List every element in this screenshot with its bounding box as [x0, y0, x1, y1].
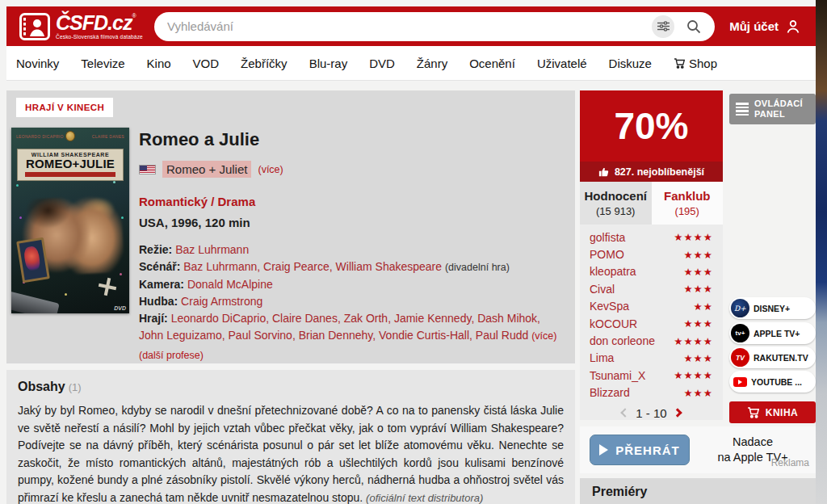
- rating-stars: ★★: [694, 300, 713, 313]
- main-nav: Novinky Televize Kino VOD Žebříčky Blu-r…: [6, 46, 816, 81]
- credit-links[interactable]: Leonardo DiCaprio, Claire Danes, Zak Ort…: [139, 312, 540, 342]
- rating-percentage: 70%: [614, 104, 688, 148]
- cast-more-link[interactable]: (více): [531, 330, 556, 342]
- alt-title-more-link[interactable]: (více): [258, 164, 283, 175]
- rating-row: kOCOUR★★★: [590, 315, 713, 332]
- popularity-rank: 827. nejoblíbenější: [615, 166, 704, 178]
- nav-item-uzivatele[interactable]: Uživatelé: [537, 57, 587, 70]
- plot-count: (1): [69, 381, 82, 393]
- rating-username[interactable]: Lima: [590, 351, 614, 364]
- ratings-pager: 1 - 10: [590, 401, 713, 420]
- rating-row: Cival★★★: [590, 280, 713, 297]
- rating-username[interactable]: POMO: [590, 248, 624, 261]
- credit-row-cast: Hrají: Leonardo DiCaprio, Claire Danes, …: [139, 310, 564, 345]
- book-button[interactable]: KNIHA: [729, 401, 816, 423]
- background-skin: [816, 0, 827, 504]
- rating-stars: ★★★★: [674, 369, 713, 381]
- rating-row: KevSpa★★: [590, 298, 713, 315]
- nav-item-oceneni[interactable]: Ocenění: [469, 57, 515, 70]
- tab-fanklub[interactable]: Fanklub (195): [652, 182, 724, 225]
- poster-title-banner: WILLIAM SHAKESPEARE ROMEO+JULIE: [17, 149, 124, 181]
- play-button[interactable]: PŘEHRÁT: [590, 435, 690, 465]
- rating-username[interactable]: KevSpa: [590, 300, 629, 313]
- tab-hodnoceni[interactable]: Hodnocení (15 913): [580, 182, 652, 225]
- rating-row: Lima★★★: [590, 350, 713, 367]
- nav-item-televize[interactable]: Televize: [81, 57, 124, 70]
- rating-username[interactable]: kleopatra: [590, 265, 636, 278]
- credit-links[interactable]: Baz Luhrmann: [175, 243, 249, 256]
- poster-tagline-bar: [25, 172, 115, 177]
- csfd-logo[interactable]: ČSFD.cz® Česko-Slovenská filmová databáz…: [19, 13, 143, 40]
- user-icon: [785, 19, 801, 35]
- credit-links[interactable]: Craig Armstrong: [181, 295, 262, 308]
- credit-links[interactable]: Baz Luhrmann, Craig Pearce, William Shak…: [183, 260, 442, 273]
- rating-stars: ★★★: [683, 249, 713, 261]
- movie-poster[interactable]: LEONARDO DICAPRIOCLAIRE DANES WILLIAM SH…: [11, 128, 129, 313]
- rating-stars: ★★★★: [674, 335, 713, 347]
- nav-item-bluray[interactable]: Blu-ray: [309, 57, 348, 70]
- rating-row: POMO★★★: [590, 246, 713, 262]
- genres: Romantický / Drama: [139, 195, 564, 208]
- service-rakuten-tv[interactable]: TV RAKUTEN.TV: [729, 346, 816, 368]
- movie-panel: HRAJÍ V KINECH LEONARDO DICAPRIOCLAIRE D…: [6, 90, 575, 363]
- poster-title: ROMEO+JULIE: [18, 158, 123, 170]
- nav-item-zebricky[interactable]: Žebříčky: [241, 57, 288, 70]
- credit-row-music: Hudba: Craig Armstrong: [139, 293, 564, 310]
- rating-stars: ★★★: [683, 352, 713, 364]
- rating-stars: ★★★: [683, 317, 713, 330]
- credit-links[interactable]: Donald McAlpine: [187, 278, 273, 291]
- popularity-strip[interactable]: 827. nejoblíbenější: [580, 162, 723, 182]
- rating-username[interactable]: golfista: [590, 231, 625, 244]
- nav-item-novinky[interactable]: Novinky: [16, 57, 59, 70]
- page-title: Romeo a Julie: [139, 129, 564, 150]
- credit-row-writer: Scénář: Baz Luhrmann, Craig Pearce, Will…: [139, 258, 564, 276]
- other-professions-link[interactable]: (další profese): [139, 350, 564, 361]
- cart-icon: [674, 58, 685, 69]
- rating-username[interactable]: don corleone: [590, 334, 655, 347]
- poster-gun: [11, 292, 60, 313]
- nav-item-dvd[interactable]: DVD: [369, 57, 395, 70]
- chevron-right-icon[interactable]: [673, 409, 682, 418]
- service-disney-plus[interactable]: D+ DISNEY+: [729, 297, 816, 319]
- poster-dvd-logo: DVD: [114, 305, 126, 311]
- header: ČSFD.cz® Česko-Slovenská filmová databáz…: [6, 6, 816, 46]
- logo-registered-mark: ®: [132, 13, 136, 19]
- search-input[interactable]: [167, 19, 652, 33]
- rakuten-tv-icon: TV: [731, 348, 749, 367]
- nav-item-kino[interactable]: Kino: [147, 57, 171, 70]
- rating-username[interactable]: Cival: [590, 283, 615, 296]
- logo-text: ČSFD.cz: [56, 11, 132, 34]
- thumb-up-icon: [598, 166, 610, 178]
- movie-info: Romeo a Julie Romeo + Juliet (více) Roma…: [139, 129, 564, 361]
- cart-icon: [747, 407, 759, 418]
- nav-item-zanry[interactable]: Žánry: [417, 57, 447, 70]
- nav-item-shop-label: Shop: [689, 57, 717, 70]
- in-cinemas-badge[interactable]: HRAJÍ V KINECH: [16, 98, 113, 117]
- nav-item-shop[interactable]: Shop: [674, 57, 717, 70]
- account-button[interactable]: Můj účet: [729, 19, 801, 35]
- filmstrip-icon: [19, 13, 50, 40]
- plot-heading: Obsahy(1): [18, 380, 564, 394]
- service-apple-tv[interactable]: tv+ APPLE TV+: [729, 322, 816, 344]
- rating-username[interactable]: Tsunami_X: [590, 369, 645, 382]
- logo-tagline: Česko-Slovenská filmová databáze: [56, 35, 143, 40]
- poster-medallion: [65, 131, 75, 141]
- service-youtube[interactable]: YOUTUBE ...: [729, 371, 816, 393]
- search-bar: [154, 12, 715, 41]
- search-submit-button[interactable]: [686, 19, 702, 35]
- rating-stars: ★★★: [683, 266, 713, 278]
- nav-item-diskuze[interactable]: Diskuze: [609, 57, 652, 70]
- plot-source: (oficiální text distributora): [366, 492, 483, 504]
- rating-username[interactable]: Blizzard: [590, 386, 630, 399]
- rating-username[interactable]: kOCOUR: [590, 317, 637, 330]
- origin-year-runtime: USA, 1996, 120 min: [139, 216, 564, 229]
- ad-label: Reklama: [771, 457, 809, 468]
- sliders-icon: [657, 21, 670, 32]
- nav-item-vod[interactable]: VOD: [193, 57, 220, 70]
- control-panel-button[interactable]: OVLÁDACÍPANEL: [729, 94, 816, 124]
- csfd-page: ČSFD.cz® Česko-Slovenská filmová databáz…: [0, 0, 827, 504]
- chevron-left-icon[interactable]: [621, 409, 630, 418]
- account-label: Můj účet: [729, 19, 779, 33]
- search-filter-button[interactable]: [652, 15, 674, 38]
- poster-decoration: [16, 184, 19, 187]
